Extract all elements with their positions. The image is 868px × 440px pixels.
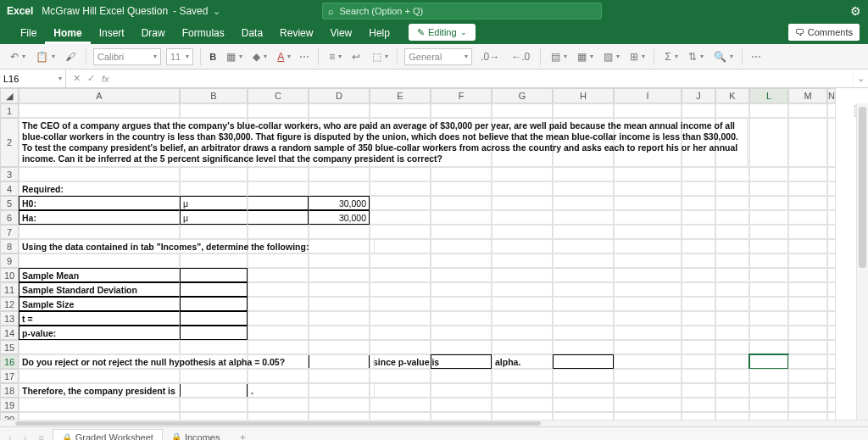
cell-J4[interactable] (682, 181, 715, 196)
search-input[interactable]: ⌕ Search (Option + Q) (322, 3, 602, 19)
cell-G14[interactable] (492, 326, 553, 340)
cell-K14[interactable] (715, 326, 749, 340)
cell-F20[interactable] (431, 412, 492, 420)
fx-icon[interactable]: fx (102, 74, 109, 84)
cell-K11[interactable] (715, 282, 749, 297)
sheet-nav-prev[interactable]: ‹ (5, 432, 15, 441)
find-button[interactable]: 🔍▾ (710, 51, 735, 63)
cell-H12[interactable] (553, 297, 614, 311)
menu-tab-formulas[interactable]: Formulas (174, 24, 233, 44)
cell-B17[interactable] (180, 369, 248, 383)
cell-I8[interactable] (614, 239, 682, 253)
cell-G17[interactable] (492, 369, 553, 383)
expand-formula-bar-icon[interactable]: ⌄ (853, 73, 868, 84)
cell-J14[interactable] (682, 326, 715, 340)
cell-K19[interactable] (715, 398, 749, 412)
cell-N1[interactable] (827, 103, 836, 118)
number-format-select[interactable]: General▾ (404, 48, 472, 65)
cell-A3[interactable] (19, 167, 180, 181)
cell-L12[interactable] (749, 297, 788, 311)
row-head-8[interactable]: 8 (0, 239, 19, 253)
cell-C7[interactable] (248, 225, 309, 239)
cell-K16[interactable] (715, 354, 749, 369)
cell-B3[interactable] (180, 167, 248, 181)
col-head-G[interactable]: G (492, 88, 553, 103)
cell-M7[interactable] (788, 225, 827, 239)
row-head-11[interactable]: 11 (0, 282, 19, 297)
cell-G8[interactable] (492, 239, 553, 253)
cell-K12[interactable] (715, 297, 749, 311)
cell-J17[interactable] (682, 369, 715, 383)
cell-K17[interactable] (715, 369, 749, 383)
cell-B4[interactable] (180, 181, 248, 196)
cell-A20[interactable] (19, 412, 180, 420)
cell-I7[interactable] (614, 225, 682, 239)
cell-I12[interactable] (614, 297, 682, 311)
cell-J19[interactable] (682, 398, 715, 412)
cell-J20[interactable] (682, 412, 715, 420)
cell-M16[interactable] (788, 354, 827, 369)
cell-C15[interactable] (248, 340, 309, 354)
sheet-tab-incomes[interactable]: 🔒Incomes (163, 429, 229, 440)
cell-G10[interactable] (492, 268, 553, 282)
col-head-E[interactable]: E (370, 88, 431, 103)
bold-button[interactable]: B (208, 52, 218, 62)
cell-G4[interactable] (492, 181, 553, 196)
cell-D6[interactable]: 30,000 (309, 210, 370, 225)
row-head-13[interactable]: 13 (0, 311, 19, 326)
col-head-K[interactable]: K (715, 88, 749, 103)
menu-tab-view[interactable]: View (321, 24, 360, 44)
cell-M1[interactable] (788, 103, 827, 118)
row-head-15[interactable]: 15 (0, 340, 19, 354)
col-head-I[interactable]: I (614, 88, 682, 103)
cell-G18[interactable] (492, 383, 553, 398)
cell-B11[interactable] (180, 282, 248, 297)
cell-I11[interactable] (614, 282, 682, 297)
align-button[interactable]: ≡▾ (326, 51, 343, 63)
row-head-6[interactable]: 6 (0, 210, 19, 225)
mode-editing-dropdown[interactable]: ✎ Editing ⌄ (409, 24, 476, 41)
cell-C20[interactable] (248, 412, 309, 420)
cell-A10[interactable]: Sample Mean (19, 268, 180, 282)
col-head-A[interactable]: A (19, 88, 180, 103)
cell-C17[interactable] (248, 369, 309, 383)
cell-A18[interactable]: Therefore, the company president is (19, 383, 375, 398)
conditional-format-button[interactable]: ▤▾ (548, 51, 569, 63)
cell-A17[interactable] (19, 369, 180, 383)
cell-B7[interactable] (180, 225, 248, 239)
cell-H9[interactable] (553, 253, 614, 268)
cell-H17[interactable] (553, 369, 614, 383)
cell-M17[interactable] (788, 369, 827, 383)
cell-C4[interactable] (248, 181, 309, 196)
chevron-down-icon[interactable]: ⌄ (213, 6, 220, 17)
cell-G16[interactable]: alpha. (492, 354, 553, 369)
cell-F5[interactable] (431, 196, 492, 210)
cell-M13[interactable] (788, 311, 827, 326)
name-box[interactable]: L16▾ (0, 70, 66, 87)
cell-B13[interactable] (180, 311, 248, 326)
cell-M15[interactable] (788, 340, 827, 354)
cell-G15[interactable] (492, 340, 553, 354)
row-head-7[interactable]: 7 (0, 225, 19, 239)
cell-C9[interactable] (248, 253, 309, 268)
cell-B15[interactable] (180, 340, 248, 354)
font-family-select[interactable]: Calibri▾ (93, 48, 161, 65)
row-head-5[interactable]: 5 (0, 196, 19, 210)
cell-M8[interactable] (788, 239, 827, 253)
cell-G6[interactable] (492, 210, 553, 225)
sheet-nav-next[interactable]: › (20, 432, 31, 441)
col-head-M[interactable]: M (788, 88, 827, 103)
merge-button[interactable]: ⬚▾ (369, 51, 390, 63)
cell-J1[interactable] (682, 103, 715, 118)
cell-F12[interactable] (431, 297, 492, 311)
cell-D14[interactable] (309, 326, 370, 340)
cell-N10[interactable] (827, 268, 836, 282)
fill-color-button[interactable]: ◆▾ (249, 51, 269, 63)
cell-H8[interactable] (553, 239, 614, 253)
cell-I18[interactable] (614, 383, 682, 398)
cell-E19[interactable] (370, 398, 431, 412)
cell-A7[interactable] (19, 225, 180, 239)
cell-C6[interactable] (248, 210, 309, 225)
col-head-C[interactable]: C (248, 88, 309, 103)
col-head-L[interactable]: L (749, 88, 788, 103)
